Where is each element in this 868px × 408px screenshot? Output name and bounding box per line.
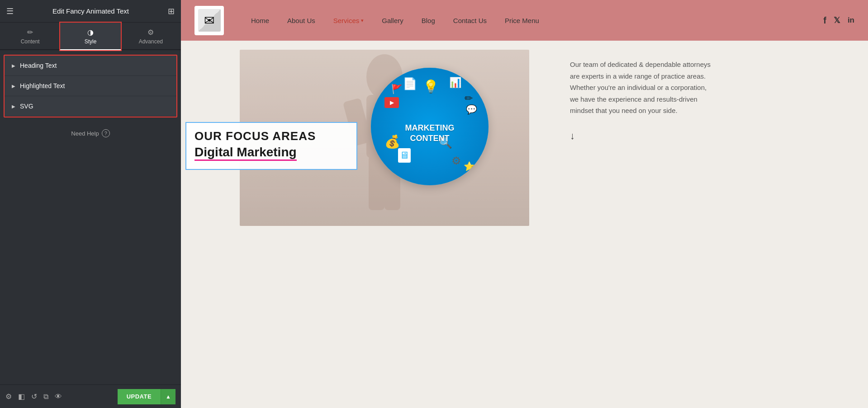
update-dropdown-button[interactable]: ▲ (161, 389, 175, 404)
nav-gallery[interactable]: Gallery (382, 17, 403, 24)
nav-contact[interactable]: Contact Us (453, 17, 487, 24)
services-dropdown-icon: ▾ (361, 18, 364, 23)
focus-areas-title: OUR FOCUS AREAS (194, 129, 348, 143)
twitter-icon[interactable]: 𝕏 (834, 15, 840, 25)
social-links: f 𝕏 in (823, 15, 854, 26)
tab-style[interactable]: ◑ Style (60, 23, 120, 50)
nav-services[interactable]: Services ▾ (333, 17, 364, 24)
hero-right: Our team of dedicated & dependable attor… (552, 41, 868, 408)
preview-icon[interactable]: 👁 (55, 393, 62, 401)
chart-icon: 📊 (449, 77, 461, 89)
left-panel: ☰ Edit Fancy Animated Text ⊞ ✏ Content ◑… (0, 0, 181, 408)
doc-icon: 📄 (403, 77, 417, 91)
linkedin-icon[interactable]: in (848, 16, 854, 25)
hero-section: 📄 💡 📊 ▶ ✏ 💰 💬 🖥 ⚙ 🔍 ⭐ 🚩 (181, 41, 868, 408)
advanced-icon: ⚙ (147, 28, 154, 37)
need-help[interactable]: Need Help ? (0, 122, 181, 145)
tab-style-label: Style (85, 38, 97, 45)
accordion-highlighted-text[interactable]: ▶ Highlighted Text (5, 76, 176, 96)
flag-icon: 🚩 (391, 84, 403, 94)
accordion-heading-label: Heading Text (20, 62, 57, 69)
accordion-svg[interactable]: ▶ SVG (5, 96, 176, 117)
circle-inner: 📄 💡 📊 ▶ ✏ 💰 💬 🖥 ⚙ 🔍 ⭐ 🚩 (371, 68, 489, 185)
tab-content[interactable]: ✏ Content (0, 23, 60, 49)
tab-advanced-label: Advanced (139, 38, 163, 45)
top-bar: ☰ Edit Fancy Animated Text ⊞ (0, 0, 181, 23)
update-button[interactable]: UPDATE (118, 389, 161, 404)
chevron-icon: ▶ (12, 84, 15, 89)
history-icon[interactable]: ↺ (31, 392, 37, 401)
pencil-icon: ✏ (465, 93, 473, 104)
accordion-section: ▶ Heading Text ▶ Highlighted Text ▶ SVG (4, 55, 177, 117)
hero-left: 📄 💡 📊 ▶ ✏ 💰 💬 🖥 ⚙ 🔍 ⭐ 🚩 (181, 41, 552, 235)
circle-title: MARKETINGCONTENT (405, 123, 455, 144)
accordion-svg-label: SVG (20, 103, 33, 110)
style-icon: ◑ (87, 28, 94, 37)
settings-icon[interactable]: ⚙ (5, 392, 12, 401)
layers-icon[interactable]: ◧ (18, 392, 25, 401)
marketing-circle: 📄 💡 📊 ▶ ✏ 💰 💬 🖥 ⚙ 🔍 ⭐ 🚩 (371, 68, 489, 185)
chevron-icon: ▶ (12, 63, 15, 68)
tab-bar: ✏ Content ◑ Style ⚙ Advanced (0, 23, 181, 50)
nav-price[interactable]: Price Menu (505, 17, 539, 24)
responsive-icon[interactable]: ⧉ (43, 393, 48, 401)
nav-about[interactable]: About Us (287, 17, 315, 24)
message-icon: 💬 (466, 104, 477, 115)
logo-image: ✉ (198, 9, 221, 32)
hamburger-icon[interactable]: ☰ (6, 6, 14, 16)
help-icon: ? (102, 129, 110, 137)
need-help-label: Need Help (71, 130, 99, 137)
chevron-icon: ▶ (12, 104, 15, 109)
right-panel: ✉ Home About Us Services ▾ Gallery Blog … (181, 0, 868, 408)
bottom-toolbar: ⚙ ◧ ↺ ⧉ 👁 UPDATE ▲ (0, 385, 181, 408)
main-content: 📄 💡 📊 ▶ ✏ 💰 💬 🖥 ⚙ 🔍 ⭐ 🚩 (181, 41, 868, 408)
money-icon: 💰 (384, 134, 400, 149)
animated-text-box: OUR FOCUS AREAS Digital Marketing (185, 122, 357, 170)
gear-icon: ⚙ (451, 155, 461, 167)
play-icon: ▶ (384, 97, 399, 108)
accordion-heading-text[interactable]: ▶ Heading Text (5, 56, 176, 76)
hero-description: Our team of dedicated & dependable attor… (570, 59, 715, 117)
accordion-highlighted-label: Highlighted Text (20, 82, 65, 89)
content-icon: ✏ (27, 28, 33, 37)
tab-content-label: Content (21, 38, 40, 45)
star-icon: ⭐ (464, 161, 475, 172)
navbar: ✉ Home About Us Services ▾ Gallery Blog … (181, 0, 868, 41)
facebook-icon[interactable]: f (823, 15, 826, 26)
panel-title: Edit Fancy Animated Text (52, 7, 129, 15)
nav-home[interactable]: Home (251, 17, 269, 24)
grid-icon[interactable]: ⊞ (168, 6, 175, 16)
pc-icon: 🖥 (398, 148, 411, 163)
update-btn-group: UPDATE ▲ (118, 389, 175, 404)
highlighted-animated-text: Digital Marketing (194, 145, 297, 161)
hero-arrow: ↓ (570, 130, 854, 142)
logo[interactable]: ✉ (194, 6, 224, 35)
tab-advanced[interactable]: ⚙ Advanced (121, 23, 181, 49)
bulb-icon: 💡 (423, 79, 439, 94)
nav-blog[interactable]: Blog (422, 17, 435, 24)
nav-links: Home About Us Services ▾ Gallery Blog Co… (251, 17, 810, 24)
